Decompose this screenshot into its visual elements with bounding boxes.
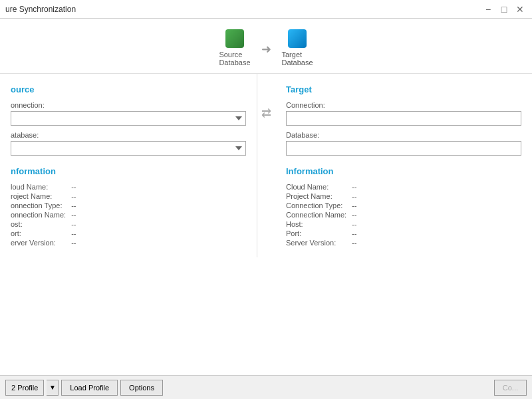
source-title: ource	[11, 84, 246, 94]
target-info-title: Information	[286, 166, 521, 176]
target-title: Target	[286, 84, 521, 94]
source-connection-label: onnection:	[11, 101, 246, 109]
source-project-name-value: --	[71, 192, 246, 200]
target-db-label: TargetDatabase	[282, 51, 313, 66]
compare-button[interactable]: Co...	[494, 380, 527, 396]
bottom-right: Co...	[494, 380, 527, 396]
source-db-item: SourceDatabase	[219, 29, 250, 66]
target-port-value: --	[352, 229, 521, 237]
source-server-version-label: erver Version:	[11, 239, 66, 247]
target-db-item: TargetDatabase	[282, 29, 313, 66]
title-bar: ure Synchronization − □ ✕	[0, 0, 532, 19]
target-port-label: Port:	[286, 229, 346, 237]
middle-arrow-icon: ⇄	[261, 106, 271, 120]
options-button[interactable]: Options	[120, 380, 163, 396]
header-area: SourceDatabase ➜ TargetDatabase	[0, 19, 532, 74]
source-connection-name-value: --	[71, 211, 246, 219]
source-host-value: --	[71, 220, 246, 228]
source-server-version-value: --	[71, 239, 246, 247]
target-info-grid: Cloud Name: -- Project Name: -- Connecti…	[286, 183, 521, 247]
source-database-select[interactable]	[11, 141, 246, 156]
profile-button[interactable]: 2 Profile	[5, 380, 44, 396]
target-cloud-name-label: Cloud Name:	[286, 183, 346, 191]
source-database-label: atabase:	[11, 131, 246, 139]
source-connection-type-value: --	[71, 201, 246, 209]
arrow-between: ➜	[261, 42, 271, 57]
close-button[interactable]: ✕	[513, 3, 527, 16]
middle-arrow-container: ⇄	[257, 106, 275, 120]
window-title: ure Synchronization	[5, 5, 76, 14]
target-connection-name-value: --	[352, 211, 521, 219]
source-connection-type-label: onnection Type:	[11, 201, 66, 209]
target-database-label: Database:	[286, 131, 521, 139]
source-port-label: ort:	[11, 229, 66, 237]
target-connection-label: Connection:	[286, 101, 521, 109]
target-connection-input[interactable]	[286, 111, 521, 126]
target-server-version-value: --	[352, 239, 521, 247]
target-project-name-value: --	[352, 192, 521, 200]
source-db-label: SourceDatabase	[219, 51, 250, 66]
target-host-value: --	[352, 220, 521, 228]
source-connection-select[interactable]	[11, 111, 246, 126]
source-connection-name-label: onnection Name:	[11, 211, 66, 219]
target-project-name-label: Project Name:	[286, 192, 346, 200]
profile-arrow-button[interactable]: ▼	[47, 380, 59, 396]
target-server-version-label: Server Version:	[286, 239, 346, 247]
target-connection-type-value: --	[352, 201, 521, 209]
bottom-left: 2 Profile ▼ Load Profile Options	[5, 380, 163, 396]
left-panel: ource onnection: atabase: nformation lou…	[0, 74, 257, 257]
source-cloud-name-label: loud Name:	[11, 183, 66, 191]
target-cloud-name-value: --	[352, 183, 521, 191]
source-cloud-name-value: --	[71, 183, 246, 191]
panels-wrapper: ource onnection: atabase: nformation lou…	[0, 74, 532, 257]
source-info-grid: loud Name: -- roject Name: -- onnection …	[11, 183, 246, 247]
minimize-button[interactable]: −	[481, 3, 495, 16]
target-database-input[interactable]	[286, 141, 521, 156]
source-project-name-label: roject Name:	[11, 192, 66, 200]
source-host-label: ost:	[11, 220, 66, 228]
main-content: SourceDatabase ➜ TargetDatabase ource on…	[0, 19, 532, 375]
target-db-icon	[288, 29, 307, 48]
title-bar-controls: − □ ✕	[481, 3, 527, 16]
source-port-value: --	[71, 229, 246, 237]
bottom-bar: 2 Profile ▼ Load Profile Options Co...	[0, 375, 532, 399]
target-host-label: Host:	[286, 220, 346, 228]
load-profile-button[interactable]: Load Profile	[61, 380, 118, 396]
target-connection-name-label: Connection Name:	[286, 211, 346, 219]
target-info-section: Information Cloud Name: -- Project Name:…	[286, 166, 521, 247]
source-info-title: nformation	[11, 166, 246, 176]
source-db-icon	[225, 29, 244, 48]
maximize-button[interactable]: □	[497, 3, 511, 16]
right-panel: Target Connection: Database: Information…	[275, 74, 532, 257]
source-info-section: nformation loud Name: -- roject Name: --…	[11, 166, 246, 247]
target-connection-type-label: Connection Type:	[286, 201, 346, 209]
